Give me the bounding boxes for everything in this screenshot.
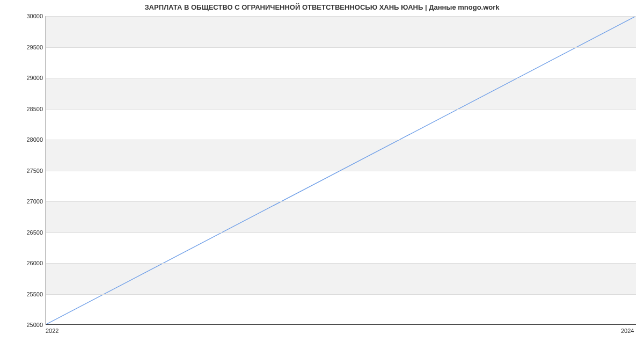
y-gridline bbox=[46, 16, 636, 17]
y-tick-label: 27000 bbox=[3, 198, 43, 205]
y-tick-label: 26500 bbox=[3, 229, 43, 236]
x-tick-label: 2024 bbox=[621, 328, 634, 334]
y-gridline bbox=[46, 294, 636, 295]
y-gridline bbox=[46, 201, 636, 202]
y-tick-label: 25000 bbox=[3, 322, 43, 328]
chart-title: ЗАРПЛАТА В ОБЩЕСТВО С ОГРАНИЧЕННОЙ ОТВЕТ… bbox=[0, 3, 644, 11]
y-tick-label: 27500 bbox=[3, 168, 43, 174]
y-gridline bbox=[46, 232, 636, 233]
y-tick-label: 28000 bbox=[3, 136, 43, 143]
y-gridline bbox=[46, 78, 636, 78]
y-gridline bbox=[46, 140, 636, 140]
y-tick-label: 26000 bbox=[3, 260, 43, 266]
y-gridline bbox=[46, 47, 636, 48]
y-tick-label: 28500 bbox=[3, 106, 43, 112]
y-tick-label: 25500 bbox=[3, 291, 43, 297]
chart-container: ЗАРПЛАТА В ОБЩЕСТВО С ОГРАНИЧЕННОЙ ОТВЕТ… bbox=[0, 0, 644, 349]
y-tick-label: 29000 bbox=[3, 75, 43, 81]
y-tick-label: 29500 bbox=[3, 44, 43, 50]
y-gridline bbox=[46, 109, 636, 110]
plot-area bbox=[46, 16, 636, 325]
y-gridline bbox=[46, 171, 636, 171]
y-gridline bbox=[46, 263, 636, 264]
y-tick-label: 30000 bbox=[3, 13, 43, 19]
x-tick-label: 2022 bbox=[46, 328, 58, 334]
